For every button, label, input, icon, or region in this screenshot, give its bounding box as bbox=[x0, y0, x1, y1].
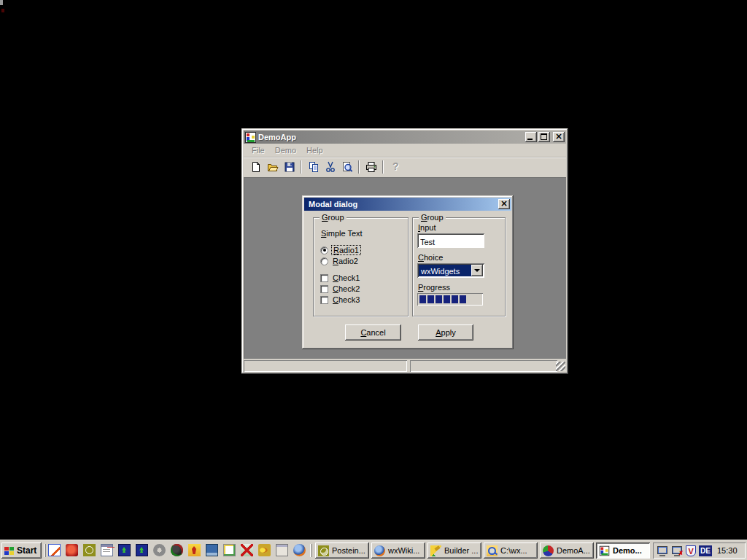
yellow-fish-icon[interactable] bbox=[258, 544, 271, 556]
choice-label: Choice bbox=[418, 253, 443, 262]
gray-ring-icon[interactable] bbox=[153, 544, 166, 556]
check2-box[interactable] bbox=[320, 285, 328, 293]
windows-flag-icon bbox=[4, 545, 15, 556]
explorer-search-icon bbox=[487, 545, 498, 556]
task-button-explorer[interactable]: C:\wx... bbox=[484, 542, 538, 559]
statusbar bbox=[244, 359, 566, 372]
group-left-label: Group bbox=[320, 213, 347, 222]
print-preview-button[interactable] bbox=[338, 159, 355, 175]
radio2-label: Radio2 bbox=[333, 257, 358, 265]
save-button[interactable] bbox=[281, 159, 298, 175]
ide-swirl-icon bbox=[543, 545, 554, 556]
input-field[interactable] bbox=[417, 233, 484, 248]
save-icon bbox=[284, 161, 295, 173]
radio1-option[interactable]: Radio1 bbox=[320, 245, 361, 255]
system-tray: ✗ DE 15:30 bbox=[653, 542, 746, 559]
help-button[interactable]: ? ? bbox=[387, 159, 403, 175]
person-app-icon[interactable] bbox=[188, 544, 201, 556]
choice-combobox[interactable]: wxWidgets bbox=[417, 263, 484, 278]
close-icon: × bbox=[553, 132, 565, 141]
progress-block bbox=[427, 295, 434, 303]
resize-grip[interactable] bbox=[556, 362, 565, 371]
maximize-button[interactable] bbox=[538, 132, 550, 142]
toolbar-separator bbox=[301, 160, 302, 174]
system-window-icon[interactable] bbox=[276, 544, 288, 556]
quick-launch-bar bbox=[48, 544, 306, 556]
taskbar-divider[interactable] bbox=[44, 544, 46, 557]
builder-hammer-icon bbox=[430, 545, 441, 556]
mondrian-app-icon bbox=[245, 132, 256, 143]
focus-rect: Radio1 bbox=[331, 245, 361, 255]
status-pane-2 bbox=[410, 360, 557, 372]
image-viewer-icon[interactable] bbox=[223, 544, 236, 556]
network-computer-icon[interactable] bbox=[657, 545, 668, 556]
check3-label: Check3 bbox=[333, 295, 360, 304]
group-box-right: Group Input Choice wxWidgets Progress bbox=[412, 217, 506, 316]
cut-button[interactable] bbox=[322, 159, 338, 175]
toolbar-separator bbox=[358, 160, 360, 174]
menubar: File Demo Help bbox=[244, 144, 566, 157]
minimize-button[interactable] bbox=[525, 132, 537, 142]
check1-option[interactable]: Check1 bbox=[320, 273, 360, 282]
media-disc-icon[interactable] bbox=[171, 544, 183, 556]
demoapp-titlebar[interactable]: DemoApp × bbox=[244, 131, 566, 144]
check1-box[interactable] bbox=[320, 274, 328, 282]
notes-editor-icon[interactable] bbox=[48, 544, 61, 556]
task-button-builder[interactable]: Builder ... bbox=[427, 542, 481, 559]
cancel-button[interactable]: Cancel bbox=[345, 324, 401, 341]
remote-desktop-icon[interactable] bbox=[118, 544, 131, 556]
open-folder-button[interactable] bbox=[264, 159, 281, 175]
menu-demo[interactable]: Demo bbox=[270, 144, 301, 156]
close-button[interactable]: × bbox=[553, 132, 565, 142]
red-creature-icon[interactable] bbox=[66, 544, 78, 556]
firefox-browser-icon[interactable] bbox=[293, 544, 306, 556]
check3-option[interactable]: Check3 bbox=[320, 295, 360, 304]
red-x-tool-icon[interactable] bbox=[241, 544, 253, 556]
print-button[interactable] bbox=[363, 159, 379, 175]
remote-desktop-2-icon[interactable] bbox=[136, 544, 148, 556]
task-button-wxwiki[interactable]: wxWiki... bbox=[371, 542, 425, 559]
radio1-circle[interactable] bbox=[320, 246, 328, 254]
check2-option[interactable]: Check2 bbox=[320, 284, 360, 293]
antivirus-shield-icon[interactable] bbox=[686, 545, 696, 556]
radio2-option[interactable]: Radio2 bbox=[320, 257, 358, 265]
apply-button[interactable]: Apply bbox=[418, 324, 473, 341]
language-indicator[interactable]: DE bbox=[699, 545, 712, 556]
progress-block bbox=[452, 295, 458, 303]
toolbar: ? ? bbox=[244, 157, 566, 176]
maximize-icon bbox=[541, 133, 547, 140]
firefox-browser-icon bbox=[374, 545, 385, 556]
modal-dialog-titlebar[interactable]: Modal dialog × bbox=[304, 198, 511, 211]
close-icon: × bbox=[498, 199, 510, 209]
copy-button[interactable] bbox=[305, 159, 322, 175]
chevron-down-icon[interactable] bbox=[471, 265, 483, 276]
clock-app-icon[interactable] bbox=[83, 544, 96, 556]
svg-text:?: ? bbox=[392, 161, 399, 172]
task-button-demo-active[interactable]: Demo... bbox=[596, 542, 650, 559]
dialog-close-button[interactable]: × bbox=[498, 199, 510, 209]
menu-file[interactable]: File bbox=[247, 144, 270, 156]
check3-box[interactable] bbox=[320, 296, 328, 304]
group-right-label: Group bbox=[419, 213, 446, 222]
desktop-icon-fragment bbox=[0, 0, 3, 5]
help-icon: ? ? bbox=[390, 161, 401, 173]
open-folder-icon bbox=[267, 161, 279, 173]
desktop-icon-fragment-2 bbox=[1, 9, 4, 12]
copy-icon bbox=[308, 161, 320, 173]
task-button-demoapp-ide[interactable]: DemoA... bbox=[540, 542, 594, 559]
choice-selected-value: wxWidgets bbox=[419, 265, 471, 276]
taskbar-divider[interactable] bbox=[310, 544, 312, 557]
new-document-icon bbox=[250, 161, 262, 173]
radio2-circle[interactable] bbox=[320, 257, 328, 265]
network-offline-icon[interactable]: ✗ bbox=[671, 545, 683, 556]
terminal-icon[interactable] bbox=[206, 544, 218, 556]
new-document-button[interactable] bbox=[247, 159, 264, 175]
task-button-postein[interactable]: Postein... bbox=[315, 542, 369, 559]
modal-dialog: Modal dialog × Group Simple Text Radio1 … bbox=[302, 195, 514, 349]
menu-help[interactable]: Help bbox=[301, 144, 328, 156]
window-list-icon[interactable] bbox=[101, 544, 113, 556]
print-preview-icon bbox=[341, 161, 353, 173]
start-button[interactable]: Start bbox=[1, 542, 42, 559]
taskbar-clock[interactable]: 15:30 bbox=[717, 546, 738, 555]
radio1-label: Radio1 bbox=[333, 246, 359, 254]
